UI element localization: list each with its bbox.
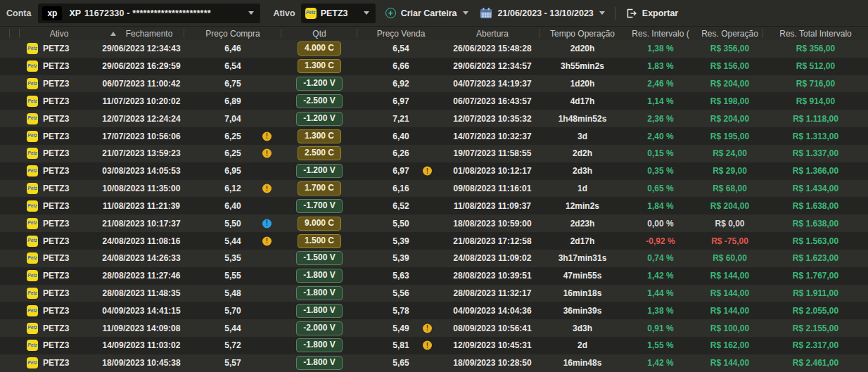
cell-fechamento: 21/07/2023 13:59:23	[98, 145, 184, 162]
table-row[interactable]: Petz PETZ3 24/08/2023 14:26:33 5,35 -1.5…	[0, 250, 868, 267]
table-row[interactable]: Petz PETZ3 06/07/2023 11:00:42 6,75 -1.2…	[0, 75, 868, 93]
column-header-preco-venda[interactable]: Preço Venda	[357, 27, 445, 40]
row-spacer	[0, 232, 10, 250]
row-spacer	[10, 180, 20, 198]
petz-logo-icon: Petz	[27, 131, 38, 142]
ativo-dropdown[interactable]: Petz PETZ3	[301, 4, 376, 23]
column-header-res-total-intervalo[interactable]: Res. Total Intervalo	[763, 27, 868, 40]
row-spacer	[0, 58, 10, 75]
column-header-abertura[interactable]: Abertura	[445, 27, 540, 40]
table-row[interactable]: Petz PETZ3 29/06/2023 12:34:43 6,46 4.00…	[0, 40, 868, 58]
cell-res-total: R$ 2.055,00	[763, 302, 868, 319]
alert-icon: !	[262, 219, 272, 228]
table-row[interactable]: Petz PETZ3 21/08/2023 10:17:37 5,50 ! 9.…	[0, 214, 868, 232]
toolbar-divider	[615, 7, 615, 20]
column-header-fechamento[interactable]: Fechamento	[98, 27, 184, 40]
row-spacer	[0, 319, 10, 337]
table-row[interactable]: Petz PETZ3 11/08/2023 11:21:39 6,40 -1.7…	[0, 197, 868, 214]
criar-carteira-button[interactable]: + Criar Carteira	[385, 8, 468, 18]
ativo-ticker: PETZ3	[43, 96, 69, 106]
ativo-ticker: PETZ3	[43, 166, 69, 176]
row-spacer	[10, 302, 20, 319]
table-row[interactable]: Petz PETZ3 04/09/2023 14:41:15 5,70 -1.8…	[0, 302, 868, 319]
column-header-res-operacao[interactable]: Res. Operação	[696, 27, 763, 40]
table-row[interactable]: Petz PETZ3 21/07/2023 13:59:23 6,25 ! 2.…	[0, 145, 868, 162]
table-row[interactable]: Petz PETZ3 28/08/2023 11:27:46 5,55 -1.8…	[0, 267, 868, 285]
petz-logo-icon: Petz	[27, 200, 38, 212]
row-spacer	[10, 354, 20, 372]
cell-fechamento: 04/09/2023 14:41:15	[98, 302, 184, 319]
cell-preco-compra: 5,44 !	[184, 232, 281, 250]
cell-tempo-operacao: 36min39s	[540, 302, 625, 319]
table-row[interactable]: Petz PETZ3 29/06/2023 16:29:59 6,54 1.30…	[0, 58, 868, 75]
preco-compra-value: 6,95	[224, 166, 241, 176]
cell-res-total: R$ 1.337,00	[763, 145, 868, 162]
cell-preco-compra: 6,95	[184, 162, 281, 180]
column-header-tempo-operacao[interactable]: Tempo Operação	[540, 27, 625, 40]
preco-venda-value: 5,81	[392, 340, 409, 350]
column-header-ativo[interactable]: Ativo	[20, 27, 98, 40]
cell-qtd: -2.000 V	[281, 319, 357, 337]
cell-abertura: 24/08/2023 11:09:02	[445, 250, 540, 267]
ativo-ticker: PETZ3	[43, 323, 69, 333]
cell-tempo-operacao: 1h48min52s	[540, 110, 625, 127]
cell-res-intervalo: 0,91 %	[625, 319, 696, 337]
table-row[interactable]: Petz PETZ3 12/07/2023 12:24:24 7,04 -1.2…	[0, 110, 868, 127]
table-row[interactable]: Petz PETZ3 18/09/2023 10:45:38 5,57 -1.8…	[0, 354, 868, 372]
cell-preco-compra: 6,75	[184, 75, 281, 93]
cell-ativo: Petz PETZ3	[20, 319, 98, 337]
table-row[interactable]: Petz PETZ3 10/08/2023 11:35:00 6,12 ! 1.…	[0, 180, 868, 198]
cell-res-intervalo: 1,14 %	[625, 92, 696, 110]
cell-ativo: Petz PETZ3	[20, 267, 98, 285]
table-row[interactable]: Petz PETZ3 11/07/2023 10:20:02 6,89 -2.5…	[0, 92, 868, 110]
cell-ativo: Petz PETZ3	[20, 40, 98, 58]
table-row[interactable]: Petz PETZ3 11/09/2023 14:09:08 5,44 -2.0…	[0, 319, 868, 337]
petz-logo-icon: Petz	[27, 183, 38, 194]
cell-ativo: Petz PETZ3	[20, 110, 98, 127]
row-spacer	[10, 337, 20, 354]
account-prefix: XP	[69, 8, 81, 18]
column-header-res-intervalo[interactable]: Res. Intervalo (	[625, 27, 696, 40]
cell-res-intervalo: 0,15 %	[625, 145, 696, 162]
ativo-ticker: PETZ3	[43, 201, 69, 211]
exportar-button[interactable]: Exportar	[625, 8, 678, 19]
cell-res-operacao: R$ 60,00	[696, 250, 763, 267]
qtd-badge: -1.800 V	[296, 286, 342, 300]
cell-preco-venda: 6,40	[357, 127, 445, 145]
cell-fechamento: 18/09/2023 10:45:38	[98, 354, 184, 372]
row-spacer	[0, 145, 10, 162]
account-dropdown[interactable]: xp XP 11672330 - **********************	[38, 4, 260, 23]
qtd-badge: 1.300 C	[298, 129, 341, 143]
table-row[interactable]: Petz PETZ3 14/09/2023 11:03:02 5,72 -1.8…	[0, 337, 868, 354]
qtd-badge: -1.800 V	[296, 338, 342, 352]
petz-logo-icon: Petz	[27, 43, 38, 54]
cell-fechamento: 06/07/2023 11:00:42	[98, 75, 184, 93]
cell-abertura: 04/07/2023 14:19:37	[445, 75, 540, 93]
cell-res-total: R$ 356,00	[763, 40, 868, 58]
table-row[interactable]: Petz PETZ3 03/08/2023 14:05:53 6,95 -1.2…	[0, 162, 868, 180]
ativo-ticker: PETZ3	[43, 132, 69, 141]
cell-ativo: Petz PETZ3	[20, 285, 98, 302]
column-header-qtd[interactable]: Qtd	[281, 27, 357, 40]
table-row[interactable]: Petz PETZ3 28/08/2023 11:48:35 5,48 -1.8…	[0, 285, 868, 302]
cell-abertura: 26/06/2023 15:48:28	[445, 40, 540, 58]
cell-res-total: R$ 1.767,00	[763, 267, 868, 285]
preco-compra-value: 5,35	[224, 253, 241, 263]
table-body: Petz PETZ3 29/06/2023 12:34:43 6,46 4.00…	[0, 40, 868, 372]
preco-compra-value: 6,12	[224, 184, 241, 193]
cell-preco-compra: 6,12 !	[184, 180, 281, 198]
cell-abertura: 28/08/2023 10:39:51	[445, 267, 540, 285]
plus-circle-icon: +	[385, 8, 396, 18]
column-header-preco-compra[interactable]: Preço Compra	[184, 27, 281, 40]
cell-tempo-operacao: 16min18s	[540, 285, 625, 302]
preco-venda-value: 5,39	[392, 236, 409, 246]
cell-res-operacao: R$ 0,00	[696, 214, 763, 232]
preco-venda-value: 6,54	[392, 44, 409, 53]
table-row[interactable]: Petz PETZ3 24/08/2023 11:08:16 5,44 ! 1.…	[0, 232, 868, 250]
cell-res-total: R$ 2.155,00	[763, 319, 868, 337]
ativo-ticker: PETZ3	[43, 340, 69, 350]
date-range-button[interactable]: 21/06/2023 - 13/10/2023	[480, 7, 605, 19]
table-row[interactable]: Petz PETZ3 17/07/2023 10:56:06 6,25 ! 1.…	[0, 127, 868, 145]
cell-preco-venda: 6,54	[357, 40, 445, 58]
cell-qtd: -1.800 V	[281, 285, 357, 302]
